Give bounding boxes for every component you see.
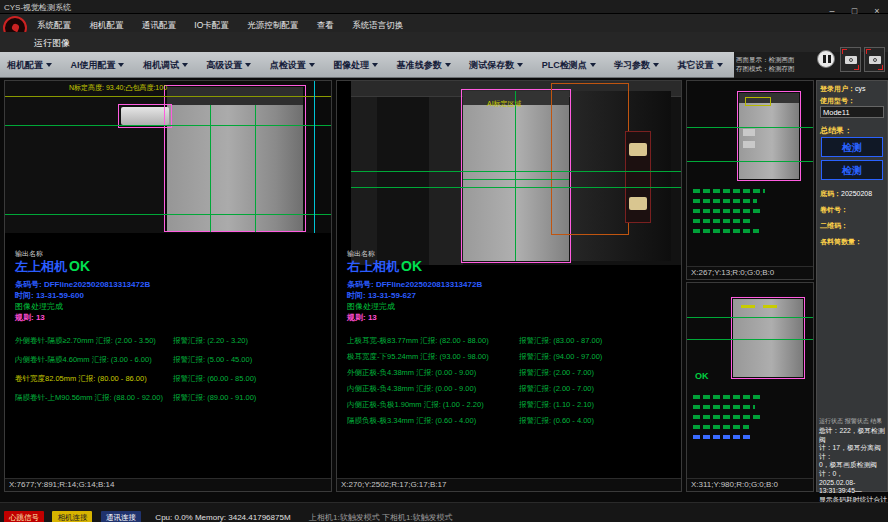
window-controls: – □ × (823, 0, 886, 14)
result-ok-badge: OK (69, 258, 90, 274)
time-text: 时间: 13-31-59-627 (347, 290, 416, 301)
chevron-down-icon (653, 63, 659, 67)
menu-item-language[interactable]: 系统语言切换 (345, 17, 410, 32)
toolbar-advanced-settings[interactable]: 高级设置 (199, 52, 258, 72)
toolbar-image-processing[interactable]: 图像处理 (326, 52, 385, 72)
chevron-down-icon (46, 63, 52, 67)
measure-line (351, 187, 681, 188)
logo-mark (11, 23, 20, 32)
tab-run-image[interactable]: 运行图像 (34, 37, 70, 50)
total-result-label: 总结果： (820, 125, 852, 136)
chevron-down-icon (590, 63, 596, 67)
measure-line (687, 317, 813, 318)
roi-outline (731, 297, 805, 379)
chevron-down-icon (372, 63, 378, 67)
menu-item-view[interactable]: 查看 (310, 17, 341, 32)
alarm-range-text: 报警汇报: (2.00 - 7.00) (519, 368, 594, 378)
model-label: 使用型号： (820, 96, 855, 106)
snapshot-camera1-button[interactable] (840, 47, 861, 72)
toolbar-spot-check[interactable]: 点检设置 (263, 52, 322, 72)
measure-line (314, 81, 315, 233)
measure-line (5, 214, 331, 215)
result-indicator-1: 检测 (821, 137, 883, 157)
overlay-text-line (693, 219, 751, 223)
toolbar-learning-params[interactable]: 学习参数 (607, 52, 666, 72)
bright-spot (743, 129, 755, 136)
title-bar: CYS-视觉检测系统 – □ × (0, 0, 888, 14)
toolbar-label: AI使用配置 (70, 60, 115, 70)
measurement-text: 隔膜负极-极3.34mm 汇报: (0.60 - 4.00) (347, 416, 476, 425)
measurement-text: 上极耳宽-极83.77mm 汇报: (82.00 - 88.00) (347, 336, 489, 345)
chevron-down-icon (118, 63, 124, 67)
thumbnail-view-2[interactable]: OK X:311;Y:980;R:0;G:0;B:0 (686, 282, 814, 492)
toolbar-label: 图像处理 (333, 60, 369, 70)
left-camera-image[interactable]: N标定高度: 93.40;凸包高度:100 (5, 81, 331, 233)
measure-line (5, 96, 331, 97)
right-camera-image[interactable]: AI标定区域 (337, 81, 681, 265)
measurement-row: 上极耳宽-极83.77mm 汇报: (82.00 - 88.00) 报警汇报: … (347, 336, 679, 346)
result-ok-badge: OK (401, 258, 422, 274)
right-sidebar: 登录用户：cys 使用型号： Mode11 总结果： 检测 检测 底码：2025… (816, 80, 888, 492)
pause-button[interactable] (817, 50, 835, 68)
measurement-text: 外侧卷针-隔膜≥2.70mm 汇报: (2.00 - 3.50) (15, 336, 156, 345)
yellow-mark (763, 305, 777, 308)
menu-item-comm-config[interactable]: 通讯配置 (135, 17, 183, 32)
alarm-range-text: 报警汇报: (0.60 - 4.00) (519, 416, 594, 426)
toolbar-ai-config[interactable]: AI使用配置 (63, 52, 131, 72)
overlay-text-line (693, 189, 765, 193)
alarm-range-text: 报警汇报: (60.00 - 85.00) (173, 374, 256, 384)
toolbar-camera-debug[interactable]: 相机调试 (136, 52, 195, 72)
login-user-row: 登录用户：cys (820, 84, 866, 94)
bottom-code-label: 底码： (820, 190, 841, 197)
bright-spot (629, 197, 647, 210)
toolbar-other-settings[interactable]: 其它设置 (671, 52, 730, 72)
measurement-row: 外侧卷针-隔膜≥2.70mm 汇报: (2.00 - 3.50) 报警汇报: (… (15, 336, 329, 346)
measurement-row: 外侧正极-负4.38mm 汇报: (0.00 - 9.00) 报警汇报: (2.… (347, 368, 679, 378)
toolbar-camera-config[interactable]: 相机配置 (0, 52, 59, 72)
menu-item-io-config[interactable]: IO卡配置 (187, 17, 235, 32)
measurement-row: 内侧正极-负极1.90mm 汇报: (1.00 - 2.20) 报警汇报: (1… (347, 400, 679, 410)
measure-line (515, 91, 516, 261)
alarm-range-text: 报警汇报: (5.00 - 45.00) (173, 355, 252, 365)
tab-row: 运行图像 (0, 32, 888, 52)
measure-line (351, 171, 681, 172)
menu-item-system-config[interactable]: 系统配置 (30, 17, 78, 32)
toolbar-label: 相机调试 (143, 60, 179, 70)
camera-trigger-info: 上相机1:软触发模式 下相机1:软触发模式 (309, 513, 453, 522)
chevron-down-icon (245, 63, 251, 67)
thumbnail-view-1[interactable]: X:267;Y:13;R:0;G:0;B:0 (686, 80, 814, 280)
toolbar-baseline-params[interactable]: 基准线参数 (390, 52, 458, 72)
measure-line (687, 127, 813, 128)
thumbnail-image-2[interactable]: OK (687, 283, 813, 478)
toolbar: 相机配置 AI使用配置 相机调试 高级设置 点检设置 图像处理 基准线参数 测试… (0, 52, 734, 78)
toolbar-test-save[interactable]: 测试保存数 (462, 52, 530, 72)
machine-band (351, 97, 377, 265)
measurement-text: 内侧正极-负4.38mm 汇报: (0.00 - 9.00) (347, 384, 476, 393)
model-value-field[interactable]: Mode11 (820, 106, 884, 118)
overlay-text-line (693, 395, 763, 399)
tube-count-label: 各料筒数量： (820, 237, 862, 247)
machine-band (429, 97, 463, 265)
alarm-range-text: 报警汇报: (89.00 - 91.00) (173, 393, 256, 403)
roi-outline-yellow (745, 97, 771, 106)
right-camera-view[interactable]: AI标定区域 输出名称 右上相机OK 条码号: DFFline202502081… (336, 80, 682, 492)
thumbnail-image-1[interactable] (687, 81, 813, 266)
pixel-coordinates: X:7677;Y:891;R:14;G:14;B:14 (5, 478, 331, 491)
measure-line (255, 105, 256, 232)
snapshot-camera2-button[interactable] (864, 47, 885, 72)
menu-item-camera-config[interactable]: 相机配置 (82, 17, 130, 32)
camera-result-title: 左上相机OK (15, 258, 90, 276)
result-ok-badge: OK (695, 371, 709, 381)
left-camera-view[interactable]: N标定高度: 93.40;凸包高度:100 输出名称 左上相机OK 条码号: D… (4, 80, 332, 492)
alarm-range-text: 报警汇报: (1.10 - 2.10) (519, 400, 594, 410)
menu-item-light-config[interactable]: 光源控制配置 (240, 17, 305, 32)
window-title: CYS-视觉检测系统 (4, 2, 71, 13)
focus-corner-icon (842, 49, 847, 54)
toolbar-plc-points[interactable]: PLC检测点 (535, 52, 603, 72)
bright-spot (743, 141, 755, 148)
chevron-down-icon (517, 63, 523, 67)
measurement-row: 内侧正极-负4.38mm 汇报: (0.00 - 9.00) 报警汇报: (2.… (347, 384, 679, 394)
pause-icon (828, 55, 831, 63)
barcode-text: 条码号: DFFline2025020813313472B (347, 279, 482, 290)
alarm-range-text: 报警汇报: (83.00 - 87.00) (519, 336, 602, 346)
